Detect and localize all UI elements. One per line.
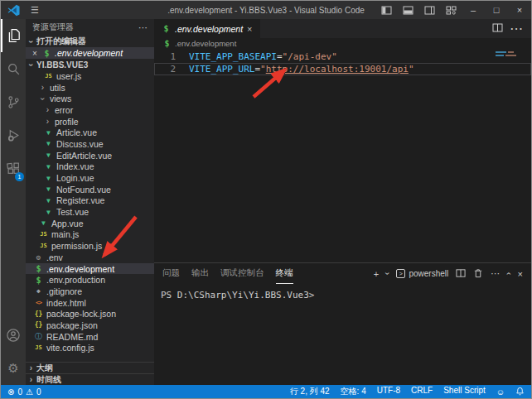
chevron-down-icon: › xyxy=(27,38,36,46)
panel-tab[interactable]: 问题 xyxy=(162,263,180,284)
file-type-icon: ▼ xyxy=(44,185,53,193)
problems-status[interactable]: ⊗ 0 ⚠ 0 xyxy=(7,387,41,397)
tree-item[interactable]: <> index.html xyxy=(26,297,154,309)
tab-bar: $ .env.development × ⋯ xyxy=(154,19,531,38)
file-type-icon: ▼ xyxy=(44,151,53,159)
customize-layout-icon[interactable] xyxy=(440,1,462,19)
tree-item[interactable]: › views xyxy=(26,93,154,104)
tree-item[interactable]: JS vite.config.js xyxy=(26,343,154,354)
panel-tab[interactable]: 调试控制台 xyxy=(220,263,264,284)
tree-item[interactable]: {} package-lock.json xyxy=(26,308,154,320)
tab-env-development[interactable]: $ .env.development × xyxy=(154,19,260,38)
tree-item[interactable]: ▼ NotFound.vue xyxy=(26,184,154,195)
close-editor-icon[interactable]: × xyxy=(31,49,39,58)
feedback-smiley-icon[interactable]: ☺ xyxy=(496,387,505,397)
activity-bar: 1 ⚙ xyxy=(1,19,26,385)
tab-close-icon[interactable]: × xyxy=(247,24,252,34)
run-debug-icon[interactable] xyxy=(1,118,26,151)
close-panel-icon[interactable]: × xyxy=(518,269,523,279)
settings-gear-icon[interactable]: ⚙ xyxy=(1,352,26,385)
open-editor-item[interactable]: × $ .env.development xyxy=(26,47,154,59)
terminal-profile-dropdown-icon[interactable]: › xyxy=(383,272,392,275)
chevron-down-icon: › xyxy=(27,61,36,69)
tree-item[interactable]: ▼ Login.vue xyxy=(26,172,154,184)
notifications-bell-icon[interactable] xyxy=(515,387,525,397)
tree-item[interactable]: ◆ .gitignore xyxy=(26,286,154,297)
tree-item[interactable]: JS permission.js xyxy=(26,240,154,252)
explorer-icon[interactable] xyxy=(1,19,26,52)
toggle-secondary-sidebar-icon[interactable] xyxy=(418,1,440,19)
tree-item[interactable]: ▼ Register.vue xyxy=(26,195,154,207)
tree-chevron-icon: › xyxy=(44,105,51,114)
tree-item[interactable]: ▼ Test.vue xyxy=(26,206,154,218)
tree-item[interactable]: ▼ Discuss.vue xyxy=(26,138,154,150)
vscode-logo xyxy=(7,4,20,17)
new-terminal-icon[interactable]: + xyxy=(374,269,379,279)
title-bar: ☰ .env.development - Yi.BBS.Vue3 - Visua… xyxy=(1,1,531,19)
tree-item[interactable]: › utils xyxy=(26,82,154,94)
terminal-instance-selector[interactable]: > powershell xyxy=(396,269,448,278)
code-line-2[interactable]: 2 VITE_APP_URL="http://localhost:19001/a… xyxy=(154,63,531,75)
split-terminal-icon[interactable] xyxy=(456,268,466,280)
file-type-icon: JS xyxy=(34,344,43,351)
tree-item[interactable]: › profile xyxy=(26,116,154,127)
minimap[interactable] xyxy=(496,51,527,58)
tree-item[interactable]: JS main.js xyxy=(26,229,154,241)
tree-item[interactable]: JS user.js xyxy=(26,70,154,82)
file-type-icon: ▼ xyxy=(44,197,53,204)
shellscript-file-icon: $ xyxy=(42,49,51,58)
toggle-panel-icon[interactable] xyxy=(397,1,418,19)
chevron-right-icon: › xyxy=(27,375,35,384)
file-type-icon: {} xyxy=(34,321,43,329)
url-link[interactable]: http://localhost:19001/api xyxy=(266,64,409,75)
account-icon[interactable] xyxy=(1,319,26,352)
file-type-icon: $ xyxy=(34,264,43,273)
tree-item[interactable]: ▼ App.vue xyxy=(26,218,154,229)
kill-terminal-icon[interactable] xyxy=(473,268,483,280)
explorer-sidebar: 资源管理器 ⋯ › 打开的编辑器 × $ .env.development › … xyxy=(26,19,154,385)
status-item[interactable]: CRLF xyxy=(411,386,433,397)
panel-more-actions-icon[interactable]: ⋯ xyxy=(491,268,500,279)
editor-more-actions-icon[interactable]: ⋯ xyxy=(510,21,523,36)
tree-item[interactable]: $ .env.production xyxy=(26,274,154,286)
file-type-icon: ▼ xyxy=(44,140,53,147)
timeline-section[interactable]: › 时间线 xyxy=(26,373,154,385)
outline-section[interactable]: › 大纲 xyxy=(26,362,154,373)
maximize-panel-icon[interactable]: › xyxy=(504,272,513,275)
breadcrumb[interactable]: $ .env.development xyxy=(154,38,531,49)
env-key: VITE_APP_URL xyxy=(189,64,254,75)
panel-tab[interactable]: 终端 xyxy=(276,263,293,284)
extensions-icon[interactable]: 1 xyxy=(1,151,26,185)
open-editors-section[interactable]: › 打开的编辑器 xyxy=(26,36,154,47)
tree-chevron-icon: › xyxy=(38,95,47,103)
file-type-icon: <> xyxy=(34,299,43,306)
toggle-sidebar-icon[interactable] xyxy=(375,1,397,19)
status-item[interactable]: UTF-8 xyxy=(377,386,400,397)
close-button[interactable]: × xyxy=(508,1,531,19)
panel-tab[interactable]: 输出 xyxy=(191,263,209,284)
maximize-button[interactable]: □ xyxy=(485,1,508,19)
code-editor[interactable]: 1 VITE_APP_BASEAPI="/api-dev" 2 VITE_APP… xyxy=(154,49,531,262)
search-icon[interactable] xyxy=(1,52,26,85)
project-section[interactable]: › YI.BBS.VUE3 xyxy=(26,59,154,70)
extensions-badge: 1 xyxy=(15,172,24,181)
status-item[interactable]: 空格: 4 xyxy=(341,386,366,397)
tree-item[interactable]: $ .env.development xyxy=(26,263,154,275)
file-type-icon: {} xyxy=(34,310,43,318)
tree-item[interactable]: {} package.json xyxy=(26,320,154,331)
split-editor-icon[interactable] xyxy=(492,22,503,36)
status-item[interactable]: Shell Script xyxy=(443,386,486,397)
tree-item[interactable]: › error xyxy=(26,104,154,116)
minimize-button[interactable]: – xyxy=(462,1,485,19)
code-line-1[interactable]: 1 VITE_APP_BASEAPI="/api-dev" xyxy=(154,50,531,63)
views-and-more-actions-icon[interactable]: ⋯ xyxy=(138,22,148,33)
terminal-output[interactable]: PS D:\CSharp\Yi\Yi.BBS.Vue3> xyxy=(154,284,531,306)
tree-item[interactable]: ⚙ .env xyxy=(26,252,154,263)
source-control-icon[interactable] xyxy=(1,85,26,118)
tree-item[interactable]: ▼ Index.vue xyxy=(26,161,154,173)
tree-item[interactable]: ⓘ README.md xyxy=(26,331,154,343)
tree-item[interactable]: ▼ EditArticle.vue xyxy=(26,150,154,161)
status-item[interactable]: 行 2, 列 42 xyxy=(290,386,330,397)
menu-icon[interactable]: ☰ xyxy=(26,5,44,16)
tree-item[interactable]: ▼ Article.vue xyxy=(26,127,154,138)
